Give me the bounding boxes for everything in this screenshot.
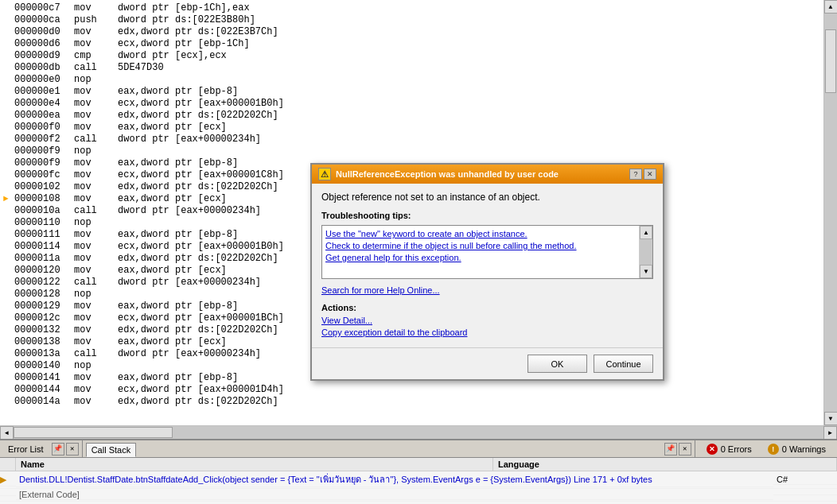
tips-scroll-up[interactable]: ▲ <box>640 226 652 239</box>
code-mnemonic: call <box>74 277 118 288</box>
code-mnemonic: nop <box>74 74 118 85</box>
code-operands: edx,dword ptr ds:[022D202Ch] <box>118 181 278 192</box>
error-list-tab[interactable]: Error List <box>3 443 49 456</box>
code-operands: edx,dword ptr ds:[022D202Ch] <box>118 253 278 264</box>
code-line: 000000e1moveax,dword ptr [ebp-8] <box>0 85 823 97</box>
row-lang-0: C# <box>773 475 837 485</box>
code-address: 00000108 <box>14 193 74 204</box>
hscroll-track[interactable] <box>14 426 823 439</box>
hscroll-left-btn[interactable]: ◄ <box>0 426 14 440</box>
tip-link-2[interactable]: Get general help for this exception. <box>325 253 633 262</box>
call-stack-rows: ▶ Dentist.DLL!Dentist.StaffDate.btnStaff… <box>0 471 837 504</box>
code-mnemonic: mov <box>74 86 118 97</box>
code-address: 000000ea <box>14 110 74 121</box>
code-address: 00000144 <box>14 384 74 395</box>
code-line: 0000014amovedx,dword ptr ds:[022D202Ch] <box>0 395 823 407</box>
exception-dialog[interactable]: ⚠ NullReferenceException was unhandled b… <box>310 163 664 381</box>
scroll-track[interactable] <box>824 14 837 412</box>
code-mnemonic: nop <box>74 360 118 371</box>
code-operands: eax,dword ptr [ebp-8] <box>118 86 238 97</box>
dialog-message: Object reference not set to an instance … <box>321 192 653 203</box>
code-address: 000000f9 <box>14 145 74 157</box>
dialog-title: NullReferenceException was unhandled by … <box>336 169 625 179</box>
code-operands: eax,dword ptr [ebp-8] <box>118 157 238 169</box>
call-stack-tab[interactable]: Call Stack <box>86 443 137 457</box>
dialog-footer: OK Continue <box>312 347 663 379</box>
code-address: 000000f2 <box>14 134 74 145</box>
warning-count: 0 Warnings <box>782 444 826 454</box>
tip-link-1[interactable]: Check to determine if the object is null… <box>325 241 633 250</box>
code-mnemonic: mov <box>74 2 118 14</box>
code-mnemonic: mov <box>74 110 118 121</box>
error-list-pin-btn[interactable]: 📌 <box>52 443 64 456</box>
error-list-close-btn[interactable]: ✕ <box>66 443 79 456</box>
code-mnemonic: mov <box>74 241 118 252</box>
table-row: [External Code] <box>0 489 837 502</box>
error-icon: ✕ <box>707 444 718 455</box>
view-detail-link[interactable]: View Detail... <box>321 316 653 325</box>
code-mnemonic: mov <box>74 26 118 37</box>
tip-link-0[interactable]: Use the "new" keyword to create an objec… <box>325 229 633 238</box>
scroll-up-btn[interactable]: ▲ <box>824 0 838 14</box>
code-address: 000000e0 <box>14 74 74 85</box>
code-address: 0000011a <box>14 253 74 264</box>
actions-title: Actions: <box>321 303 653 312</box>
code-mnemonic: mov <box>74 324 118 335</box>
lang-column-header: Language <box>493 458 837 471</box>
code-mnemonic: mov <box>74 169 118 180</box>
code-address: 00000120 <box>14 265 74 276</box>
troubleshooting-title: Troubleshooting tips: <box>321 211 653 220</box>
code-mnemonic: mov <box>74 229 118 240</box>
code-address: 000000e4 <box>14 98 74 109</box>
code-line: 000000capushdword ptr ds:[022E3B80h] <box>0 14 823 25</box>
dialog-help-btn[interactable]: ? <box>629 169 642 180</box>
tips-scroll-track[interactable] <box>640 239 652 265</box>
code-operands: eax,dword ptr [ecx] <box>118 265 227 276</box>
code-mnemonic: mov <box>74 336 118 347</box>
code-mnemonic: call <box>74 134 118 145</box>
copy-exception-link[interactable]: Copy exception detail to the clipboard <box>321 328 653 337</box>
code-operands: dword ptr ds:[022E3B80h] <box>118 14 255 25</box>
hscroll-right-btn[interactable]: ► <box>823 426 837 440</box>
row-lang-1 <box>773 494 837 495</box>
code-mnemonic: mov <box>74 157 118 169</box>
code-mnemonic: nop <box>74 217 118 228</box>
code-operands: ecx,dword ptr [eax+000001D4h] <box>118 384 284 395</box>
code-operands: ecx,dword ptr [eax+000001B0h] <box>118 241 284 252</box>
tips-scroll-down[interactable]: ▼ <box>640 265 652 278</box>
row-arrow-icon: ▶ <box>0 474 16 487</box>
code-mnemonic: call <box>74 205 118 216</box>
code-address: 00000111 <box>14 229 74 240</box>
code-mnemonic: mov <box>74 312 118 324</box>
code-operands: eax,dword ptr [ebp-8] <box>118 372 238 383</box>
code-address: 000000f0 <box>14 122 74 133</box>
dialog-close-btn[interactable]: ✕ <box>644 169 656 180</box>
dialog-titlebar-buttons: ? ✕ <box>629 169 656 180</box>
code-line: 000000f9nop <box>0 145 823 157</box>
dialog-titlebar: ⚠ NullReferenceException was unhandled b… <box>312 165 663 184</box>
call-stack-close-btn[interactable]: ✕ <box>679 443 691 456</box>
scroll-down-btn[interactable]: ▼ <box>824 412 838 425</box>
code-line: 000000dbcall5DE47D30 <box>0 61 823 73</box>
call-stack-pin-btn[interactable]: 📌 <box>664 443 677 456</box>
hscroll-thumb[interactable] <box>14 427 173 438</box>
ok-button[interactable]: OK <box>528 355 587 373</box>
code-address: 000000d9 <box>14 50 74 61</box>
horizontal-scrollbar[interactable]: ◄ ► <box>0 425 837 439</box>
code-address: 000000d6 <box>14 38 74 49</box>
code-line: 000000c7movdword ptr [ebp-1Ch],eax <box>0 2 823 14</box>
code-mnemonic: cmp <box>74 50 118 61</box>
code-address: 000000c7 <box>14 2 74 14</box>
code-mnemonic: mov <box>74 122 118 133</box>
code-operands: ecx,dword ptr [ebp-1Ch] <box>118 38 250 49</box>
code-address: 0000012c <box>14 312 74 324</box>
vertical-scrollbar[interactable]: ▲ ▼ <box>823 0 837 425</box>
continue-button[interactable]: Continue <box>594 355 653 373</box>
help-online-link[interactable]: Search for more Help Online... <box>321 285 653 295</box>
code-operands: edx,dword ptr ds:[022D202Ch] <box>118 110 278 121</box>
tips-scrollbar[interactable]: ▲ ▼ <box>639 226 652 278</box>
bottom-panel: Error List 📌 ✕ Call Stack 📌 ✕ ✕ 0 Errors <box>0 439 837 504</box>
scroll-thumb[interactable] <box>825 29 836 93</box>
code-mnemonic: mov <box>74 384 118 395</box>
code-operands: dword ptr [eax+00000234h] <box>118 277 261 288</box>
